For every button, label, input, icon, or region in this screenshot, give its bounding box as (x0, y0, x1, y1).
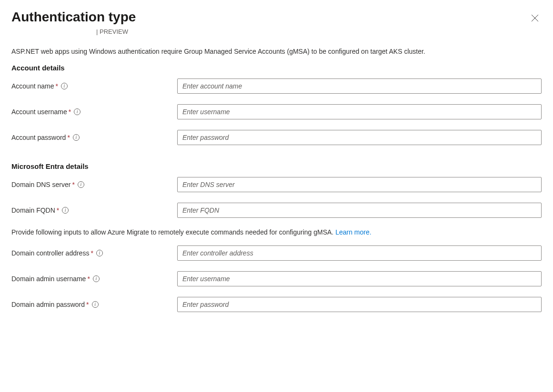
account-name-label: Account name * i (11, 82, 177, 90)
admin-username-input[interactable] (177, 271, 542, 286)
controller-address-label: Domain controller address * i (11, 249, 177, 257)
account-username-row: Account username * i (11, 104, 542, 119)
fqdn-row: Domain FQDN * i (11, 203, 542, 218)
required-indicator: * (72, 181, 74, 188)
info-icon[interactable]: i (78, 181, 84, 188)
required-indicator: * (90, 249, 93, 257)
account-name-row: Account name * i (11, 78, 542, 94)
required-indicator: * (87, 275, 90, 283)
page-title: Authentication type (11, 10, 136, 25)
account-password-row: Account password * i (11, 130, 542, 145)
account-password-input[interactable] (177, 130, 542, 145)
learn-more-link[interactable]: Learn more. (335, 228, 371, 236)
admin-password-label: Domain admin password * i (11, 301, 177, 308)
info-icon[interactable]: i (62, 207, 69, 214)
admin-password-input[interactable] (177, 297, 542, 312)
info-icon[interactable]: i (93, 275, 100, 282)
controller-address-row: Domain controller address * i (11, 245, 542, 261)
account-details-heading: Account details (11, 64, 542, 72)
required-indicator: * (86, 301, 89, 308)
dns-server-input[interactable] (177, 177, 542, 192)
account-username-input[interactable] (177, 104, 542, 119)
admin-username-label: Domain admin username * i (11, 275, 177, 283)
controller-address-input[interactable] (177, 245, 542, 261)
account-name-input[interactable] (177, 78, 542, 94)
required-indicator: * (56, 82, 58, 90)
dns-server-row: Domain DNS server * i (11, 177, 542, 192)
required-indicator: * (69, 108, 71, 116)
close-button[interactable] (528, 11, 542, 26)
dns-server-label: Domain DNS server * i (11, 181, 177, 188)
info-icon[interactable]: i (96, 250, 103, 256)
info-icon[interactable]: i (73, 134, 80, 141)
fqdn-input[interactable] (177, 203, 542, 218)
entra-details-heading: Microsoft Entra details (11, 162, 542, 170)
info-icon[interactable]: i (61, 83, 68, 89)
helper-text: Provide following inputs to allow Azure … (11, 228, 542, 236)
info-icon[interactable]: i (74, 108, 80, 115)
info-icon[interactable]: i (92, 301, 99, 308)
account-username-label: Account username * i (11, 108, 177, 116)
description-text: ASP.NET web apps using Windows authentic… (11, 48, 542, 55)
admin-username-row: Domain admin username * i (11, 271, 542, 286)
required-indicator: * (67, 134, 70, 141)
fqdn-label: Domain FQDN * i (11, 206, 177, 214)
preview-badge: | PREVIEW (96, 28, 542, 35)
account-password-label: Account password * i (11, 134, 177, 141)
close-icon (531, 14, 539, 22)
required-indicator: * (57, 206, 59, 214)
admin-password-row: Domain admin password * i (11, 297, 542, 312)
